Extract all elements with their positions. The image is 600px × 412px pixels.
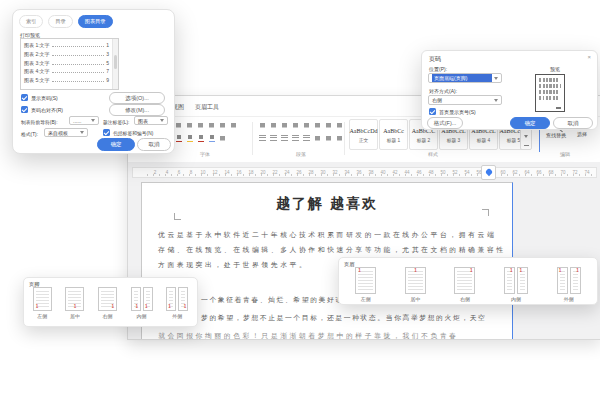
bullets-icon[interactable] [258, 121, 267, 129]
borders-icon[interactable] [335, 134, 344, 142]
numbering-icon[interactable] [269, 121, 278, 129]
clear-format-icon[interactable] [218, 134, 227, 142]
show-page-numbers-checkbox[interactable]: 显示页码(S) [21, 94, 58, 101]
toc-entry: 图表 3:文字 5 [24, 60, 109, 66]
font-icon-row-2 [174, 134, 227, 142]
show-number-first-page-checkbox[interactable]: 首页显示页号(S) [429, 108, 476, 115]
header-position-option[interactable]: 1 1 居中 [405, 267, 426, 302]
footer-style-panel: 页脚 1 1 左侧 1 1 [23, 277, 198, 327]
page-thumbnail: 1 1 [33, 287, 52, 311]
margin-mark-right [482, 209, 489, 216]
style-label: 标题 1 [387, 137, 401, 143]
close-icon[interactable]: × [587, 54, 591, 60]
gallery-more-icon [524, 145, 529, 146]
ruler-number: 34 [341, 169, 353, 177]
chevron-down-icon [160, 119, 164, 122]
sort-icon[interactable] [324, 121, 333, 129]
align-center-icon[interactable] [269, 134, 278, 142]
header-position-option[interactable]: 1 1 左侧 [355, 267, 376, 302]
multilevel-list-icon[interactable] [280, 121, 289, 129]
footer-position-option[interactable]: 1 1 右侧 [98, 287, 117, 319]
editing-group-label: 编辑 [560, 151, 570, 157]
option-label: 左侧 [361, 296, 371, 302]
shrink-font-icon[interactable] [185, 121, 194, 129]
grow-font-icon[interactable] [174, 121, 183, 129]
body-line: 优云是基于永中软件近二十年核心技术积累而研发的一款在线办公平台，拥有云端 [158, 230, 496, 240]
ruler-number: 18 [245, 169, 257, 177]
style-chip[interactable]: AaBbCc 标题 1 [379, 119, 408, 150]
ruler-number: 44 [401, 169, 413, 177]
ribbon-tab[interactable]: 页眉工具 [195, 103, 219, 112]
paragraph-marks-icon[interactable] [335, 121, 344, 129]
char-shading-icon[interactable] [229, 121, 238, 129]
font-color-icon[interactable] [174, 134, 183, 142]
position-label: 位置(P): [429, 66, 447, 72]
justify-icon[interactable] [291, 134, 300, 142]
change-case-icon[interactable] [196, 121, 205, 129]
map-pin-icon [484, 167, 492, 175]
ruler-number: 64 [521, 169, 533, 177]
ruler-number: 22 [269, 169, 281, 177]
position-select[interactable]: 页面底端(页脚) [428, 73, 502, 83]
chevron-down-icon [91, 119, 95, 122]
shading-icon[interactable] [324, 134, 333, 142]
underline-color-icon[interactable] [196, 134, 205, 142]
footer-position-option[interactable]: 1 1 居中 [65, 287, 84, 319]
checkbox-checked-icon [21, 94, 28, 101]
include-label-number-checkbox[interactable]: 包括标签和编号(N) [103, 129, 153, 136]
align-left-icon[interactable] [258, 134, 267, 142]
ok-button[interactable]: 确定 [97, 138, 135, 151]
footer-position-option[interactable]: 1 1 左侧 [33, 287, 52, 319]
modify-button[interactable]: 修改(M)... [109, 104, 165, 116]
align-right-icon[interactable] [280, 134, 289, 142]
document-area: 2468101214161820222426283032343638404244… [128, 162, 600, 339]
style-sample: AaBbCcDd [350, 127, 378, 135]
scrollbar-thumb[interactable] [114, 55, 117, 69]
caption-label-select[interactable]: 图表 [134, 116, 168, 125]
ruler-number: 8 [185, 169, 197, 177]
style-chip[interactable]: AaBbCcDd 正文 [349, 119, 378, 150]
location-pin-button[interactable] [481, 165, 496, 180]
header-position-option[interactable]: 1 1 右侧 [454, 267, 475, 302]
ok-button[interactable]: 确定 [510, 117, 550, 129]
format-select[interactable]: 来自模板 [44, 128, 88, 137]
dialog-tab[interactable]: 索引 [19, 15, 43, 28]
option-label: 居中 [70, 313, 80, 319]
distribute-icon[interactable] [302, 134, 311, 142]
cancel-button[interactable]: 取消 [553, 117, 593, 129]
line-spacing-icon[interactable] [313, 134, 322, 142]
dialog-tab[interactable]: 目录 [48, 15, 72, 28]
header-position-option[interactable]: 1 1 内侧 [504, 267, 528, 302]
dot-leader [52, 72, 105, 73]
asian-layout-icon[interactable] [313, 121, 322, 129]
dialog-tab[interactable]: 图表目录 [78, 15, 113, 28]
char-border-icon[interactable] [218, 121, 227, 129]
right-align-page-numbers-checkbox[interactable]: 页码右对齐(R) [21, 106, 63, 113]
body-line: 方面表现突出，处于世界领先水平。 [158, 260, 308, 270]
highlight-icon[interactable] [185, 134, 194, 142]
decrease-indent-icon[interactable] [291, 121, 300, 129]
tab-leader-select[interactable]: ...... [69, 116, 99, 125]
scrollbar[interactable] [112, 39, 118, 89]
border-color-icon[interactable] [207, 134, 216, 142]
cancel-button[interactable]: 取消 [137, 138, 171, 151]
ruler-number: 42 [389, 169, 401, 177]
footer-position-option[interactable]: 1 1 内侧 [131, 287, 153, 319]
options-button[interactable]: 选项(O)... [109, 92, 165, 104]
group-divider [252, 122, 253, 155]
phonetic-guide-icon[interactable] [207, 121, 216, 129]
alignment-select[interactable]: 右侧 [428, 95, 502, 105]
header-position-option[interactable]: 1 1 外侧 [557, 267, 581, 302]
format-button[interactable]: 格式(F)... [427, 117, 463, 129]
footer-position-option[interactable]: 1 1 外侧 [166, 287, 188, 319]
body-line: 就会回报你绚丽的色彩！只是渐渐朝着梦想中的样子靠拢，我们不负青春 [158, 331, 459, 339]
ruler-number: 54 [461, 169, 473, 177]
preview-label: 预览 [550, 66, 560, 72]
ruler[interactable]: 2468101214161820222426283032343638404244… [132, 167, 597, 178]
ruler-number: 20 [257, 169, 269, 177]
ruler-number: 72 [569, 169, 581, 177]
body-line: 梦的希望，梦想不止是一个目标，还是一种状态。当你高举梦想的火炬，天空 [201, 313, 487, 323]
toc-entry-page: 7 [106, 68, 109, 74]
page-preview [535, 74, 565, 112]
increase-indent-icon[interactable] [302, 121, 311, 129]
